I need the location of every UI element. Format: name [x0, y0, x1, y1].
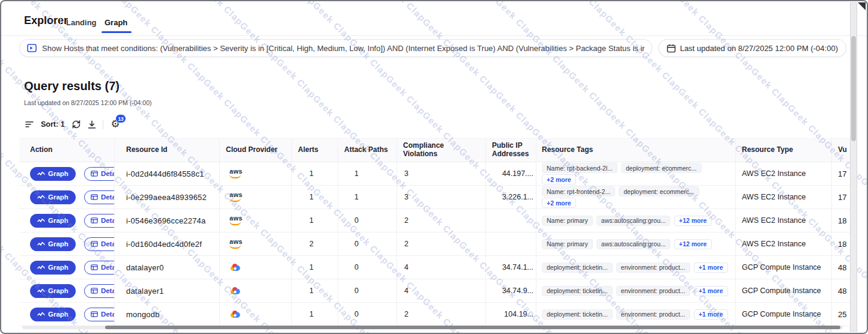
more-tags-link[interactable]: +1 more [694, 263, 728, 273]
column-settings-button[interactable]: ⚙ 13 [111, 119, 120, 130]
table-header-row: ActionResource IdCloud ProviderAlertsAtt… [19, 138, 850, 162]
cell-alerts: 2 [291, 232, 338, 255]
resource-tag-chip: Name: primary [542, 239, 593, 249]
cell-compliance-violations: 2 [396, 303, 485, 326]
more-tags-link[interactable]: +12 more [674, 239, 711, 249]
settings-badge: 13 [115, 114, 126, 123]
column-header[interactable]: Resource Id [114, 139, 219, 162]
tab-landing[interactable]: Landing [66, 18, 97, 27]
cell-resource-tags: Name: rpt-backend-2l...deployment: ecomm… [536, 162, 735, 185]
graph-button[interactable]: Graph [30, 237, 76, 251]
vertical-scrollbar[interactable] [850, 2, 857, 332]
details-button[interactable]: Details [84, 261, 114, 275]
column-header[interactable]: Public IP Addresses [485, 139, 536, 162]
graph-line-icon [37, 288, 45, 294]
download-button[interactable] [88, 120, 96, 129]
more-tags-link[interactable]: +12 more [674, 216, 711, 226]
cell-resource-tags: Name: rpt-frontend-2...deployment: ecomm… [536, 186, 735, 208]
details-button-label: Details [101, 193, 114, 201]
cell-compliance-violations: 3 [396, 186, 485, 208]
cell-resource-id: datalayer1 [114, 279, 219, 302]
cell-resource-type: GCP Compute Instance [735, 279, 831, 302]
details-table-icon [91, 288, 98, 294]
column-header[interactable]: Cloud Provider [219, 139, 291, 162]
cell-public-ip [485, 209, 536, 232]
details-button[interactable]: Details [84, 308, 114, 321]
refresh-button[interactable] [71, 120, 81, 129]
cell-resource-type: AWS EC2 Instance [735, 162, 831, 185]
details-button[interactable]: Details [84, 190, 114, 204]
horizontal-scrollbar-thumb[interactable] [105, 326, 840, 329]
tags-wrap: Name: primaryaws:autoscaling:grou...+12 … [542, 239, 732, 249]
tab-graph[interactable]: Graph [105, 18, 127, 27]
cell-resource-id: i-0e299aeea48939652 [114, 186, 219, 208]
details-table-icon [91, 194, 98, 200]
more-tags-link[interactable]: +2 more [542, 174, 576, 184]
graph-button-label: Graph [48, 287, 68, 294]
horizontal-scrollbar[interactable] [22, 326, 843, 329]
details-button-label: Details [101, 170, 114, 177]
scroll-up-arrow-icon[interactable] [858, 2, 866, 10]
table-row: Graph Details i-0e299aeea48939652 aws 1 … [19, 186, 850, 209]
query-condition-bar[interactable]: Show Hosts that meet conditions: (Vulner… [19, 39, 652, 57]
cell-attack-paths: 0 [338, 279, 396, 302]
cell-attack-paths: 0 [338, 209, 396, 232]
graph-button[interactable]: Graph [30, 190, 76, 204]
details-button[interactable]: Details [84, 284, 114, 298]
table-row: Graph Details mongodb aws 1 0 2 104.19..… [19, 303, 850, 326]
resource-tag-chip: deployment: ticketin... [542, 286, 613, 296]
graph-button[interactable]: Graph [30, 167, 76, 181]
resource-tag-chip: aws:autoscaling:grou... [596, 239, 670, 249]
graph-line-icon [37, 241, 45, 247]
graph-button[interactable]: Graph [30, 308, 76, 321]
graph-button[interactable]: Graph [30, 261, 76, 275]
resource-tag-chip: Name: rpt-frontend-2... [542, 186, 615, 196]
vertical-scrollbar-thumb[interactable] [851, 36, 856, 141]
query-bar-row: Show Hosts that meet conditions: (Vulner… [19, 39, 846, 57]
more-tags-link[interactable]: +1 more [694, 309, 728, 320]
results-table: ActionResource IdCloud ProviderAlertsAtt… [19, 138, 850, 326]
more-tags-link[interactable]: +1 more [694, 286, 728, 296]
sort-filter-icon[interactable] [25, 121, 34, 128]
cell-resource-id: i-0546e3696cce2274a [114, 209, 219, 232]
results-last-updated: Last updated on 8/27/2025 12:00 PM (-04:… [24, 99, 152, 106]
last-updated-text: Last updated on 8/27/2025 12:00 PM (-04:… [680, 44, 838, 53]
column-header[interactable]: Vu [831, 139, 850, 162]
details-button[interactable]: Details [84, 167, 114, 181]
cell-cloud-provider: aws [219, 209, 291, 232]
graph-button-label: Graph [48, 217, 68, 224]
column-header[interactable]: Action [19, 139, 114, 162]
graph-button[interactable]: Graph [30, 284, 76, 298]
column-header[interactable]: Resource Tags [536, 139, 735, 162]
results-toolbar: Sort: 1 ⚙ 13 [25, 117, 120, 132]
cell-compliance-violations: 2 [396, 232, 485, 255]
last-updated-pill: Last updated on 8/27/2025 12:00 PM (-04:… [658, 39, 846, 57]
resource-tag-chip: Name: primary [542, 216, 593, 226]
resource-tag-chip: Name: rpt-backend-2l... [542, 163, 618, 173]
graph-line-icon [37, 312, 45, 317]
column-header[interactable]: Resource Type [735, 139, 831, 162]
cell-public-ip: 34.74.1... [485, 256, 536, 279]
table-row: Graph Details i-0d160d4edc4d0fe2f aws 2 … [19, 232, 850, 256]
column-header[interactable]: Compliance Violations [396, 139, 485, 162]
details-button[interactable]: Details [84, 214, 114, 228]
column-header[interactable]: Alerts [291, 139, 338, 162]
cell-cloud-provider: aws [219, 279, 291, 302]
more-tags-link[interactable]: +2 more [542, 198, 576, 208]
cell-alerts: 1 [291, 303, 338, 326]
cell-attack-paths: 1 [338, 162, 396, 185]
details-button[interactable]: Details [84, 237, 114, 251]
cell-alerts: 1 [291, 186, 338, 208]
graph-button[interactable]: Graph [30, 214, 76, 228]
cell-action: Graph Details [19, 186, 114, 208]
cell-alerts: 1 [291, 279, 338, 302]
cell-action: Graph Details [19, 256, 114, 279]
details-table-icon [91, 171, 98, 177]
graph-line-icon [37, 218, 45, 223]
column-header[interactable]: Attack Paths [338, 139, 396, 162]
sort-label: Sort: 1 [41, 120, 65, 129]
graph-line-icon [37, 171, 45, 177]
cell-compliance-violations: 4 [396, 256, 485, 279]
calendar-icon [667, 44, 676, 53]
cell-resource-tags: deployment: ticketin...environment: prod… [536, 256, 735, 279]
